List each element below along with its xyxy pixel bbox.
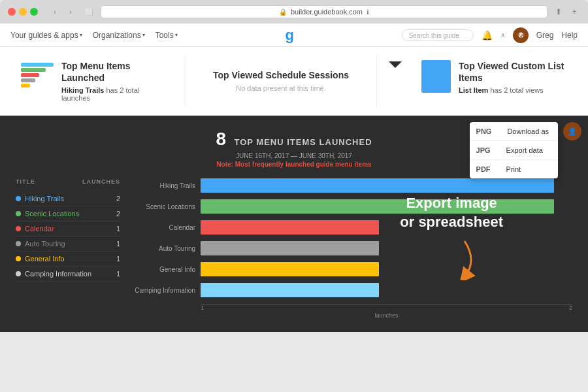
top-menu-sub: Hiking Trails has 2 total launches bbox=[61, 86, 167, 102]
back-button[interactable]: ‹ bbox=[48, 5, 61, 18]
top-schedule-stat-card: Top Viewed Schedule Sessions No data pre… bbox=[185, 55, 377, 107]
guides-apps-menu[interactable]: Your guides & apps ▾ bbox=[10, 31, 82, 40]
export-text-big: Export image or spreadsheet bbox=[400, 194, 503, 231]
legend-launches-col: LAUNCHES bbox=[82, 178, 120, 185]
legend-item-left: Hiking Trails bbox=[16, 195, 64, 203]
chart-label-camping: Camping Information bbox=[133, 287, 195, 294]
jpg-format-label: JPG bbox=[470, 141, 497, 159]
legend-item-scenic: Scenic Locations 2 bbox=[16, 206, 120, 221]
print-button[interactable]: Print bbox=[497, 160, 558, 178]
legend-item-left: Scenic Locations bbox=[16, 210, 79, 218]
legend-item-calendar: Calendar 1 bbox=[16, 221, 120, 237]
nav-right: Search this guide 🔔 ∧ 🐶 Greg Help bbox=[402, 27, 578, 43]
mini-bar-red bbox=[21, 73, 39, 77]
bar-hiking bbox=[201, 178, 554, 193]
organizations-label: Organizations bbox=[93, 31, 141, 40]
export-text-overlay: Export image or spreadsheet bbox=[400, 194, 503, 282]
stats-row: Top Menu Items Launched Hiking Trails ha… bbox=[0, 47, 588, 116]
blue-square-graphic bbox=[421, 60, 451, 93]
legend-item-left: Calendar bbox=[16, 225, 54, 233]
chart-row-scenic: Scenic Locations bbox=[133, 199, 572, 214]
calendar-link[interactable]: Calendar bbox=[25, 225, 54, 233]
chart-bar-container bbox=[201, 262, 572, 276]
export-line2: or spreadsheet bbox=[400, 213, 503, 232]
forward-button[interactable]: › bbox=[64, 5, 77, 18]
hiking-trails-link[interactable]: Hiking Trails bbox=[25, 195, 64, 203]
dot-general bbox=[16, 256, 21, 261]
add-bookmark-button[interactable]: + bbox=[568, 6, 580, 18]
chart-bar-container bbox=[201, 283, 572, 297]
scenic-locations-link[interactable]: Scenic Locations bbox=[25, 210, 79, 218]
general-count: 1 bbox=[116, 255, 120, 263]
browser-chrome: ‹ › ⬜ 🔒 builder.guidebook.com ℹ ⬆ + bbox=[0, 0, 588, 24]
axis-title: launches bbox=[133, 312, 572, 319]
search-input[interactable]: Search this guide bbox=[402, 29, 474, 41]
close-button[interactable] bbox=[8, 8, 16, 16]
minimize-button[interactable] bbox=[19, 8, 27, 16]
legend-item-left: Camping Information bbox=[16, 270, 91, 278]
chart-bar-container bbox=[201, 241, 572, 255]
chart-row-calendar: Calendar bbox=[133, 220, 572, 235]
top-custom-sub-text: has 2 total views bbox=[490, 86, 543, 94]
top-custom-text: Top Viewed Custom List Items List Item h… bbox=[459, 60, 567, 94]
share-button[interactable]: ⬆ bbox=[553, 6, 564, 18]
dot-calendar bbox=[16, 226, 21, 231]
export-line1: Export image bbox=[400, 194, 503, 213]
tab-icon[interactable]: ⬜ bbox=[82, 5, 95, 18]
chart-row-hiking: Hiking Trails bbox=[133, 178, 572, 193]
download-as-button[interactable]: Download as bbox=[498, 122, 558, 140]
camping-info-label: Camping Information bbox=[25, 270, 91, 278]
chart-count: 8 bbox=[216, 129, 226, 149]
user-avatar[interactable]: 🐶 bbox=[513, 27, 529, 43]
legend-item-general: General Info 1 bbox=[16, 252, 120, 267]
organizations-menu[interactable]: Organizations ▾ bbox=[93, 31, 145, 40]
export-jpg-row: JPG Export data bbox=[470, 141, 558, 160]
app-logo: g bbox=[188, 27, 391, 44]
legend-item-left: General Info bbox=[16, 255, 65, 263]
avatar-icon: 🐶 bbox=[517, 31, 525, 39]
mini-bar-chart bbox=[21, 63, 54, 88]
chart-bar-container bbox=[201, 199, 572, 214]
top-custom-sub: List Item has 2 total views bbox=[459, 86, 567, 94]
note-text: Most frequently launched guide menu item… bbox=[235, 161, 372, 168]
browser-titlebar: ‹ › ⬜ 🔒 builder.guidebook.com ℹ ⬆ + bbox=[0, 0, 588, 24]
help-link[interactable]: Help bbox=[561, 31, 578, 40]
app-nav: Your guides & apps ▾ Organizations ▾ Too… bbox=[0, 24, 588, 47]
chart-title: TOP MENU ITEMS LAUNCHED bbox=[235, 137, 372, 147]
chart-bars-area: Hiking Trails Scenic Locations Calendar … bbox=[133, 178, 572, 319]
browser-nav: ‹ › bbox=[48, 5, 77, 18]
search-placeholder: Search this guide bbox=[409, 32, 459, 39]
list-item-label: List Item bbox=[459, 86, 488, 94]
top-custom-title: Top Viewed Custom List Items bbox=[459, 60, 567, 84]
tools-menu[interactable]: Tools ▾ bbox=[155, 31, 178, 40]
legend-item-auto: Auto Touring 1 bbox=[16, 237, 120, 252]
legend-item-camping: Camping Information 1 bbox=[16, 267, 120, 282]
export-data-button[interactable]: Export data bbox=[497, 141, 558, 159]
mini-bar-green bbox=[21, 68, 46, 72]
top-schedule-title: Top Viewed Schedule Sessions bbox=[213, 70, 349, 80]
general-info-link[interactable]: General Info bbox=[25, 255, 65, 263]
auto-count: 1 bbox=[116, 240, 120, 248]
mini-bar-gray bbox=[21, 78, 35, 82]
maximize-button[interactable] bbox=[30, 8, 38, 16]
chart-row-camping: Camping Information bbox=[133, 283, 572, 297]
mini-bar-blue bbox=[21, 63, 54, 67]
chart-legend: TITLE LAUNCHES Hiking Trails 2 Scenic Lo… bbox=[16, 178, 120, 319]
chart-row-auto: Auto Touring bbox=[133, 241, 572, 255]
pdf-format-label: PDF bbox=[470, 160, 497, 178]
user-name[interactable]: Greg bbox=[536, 31, 554, 40]
chart-bar-container bbox=[201, 178, 572, 193]
notifications-icon[interactable]: 🔔 bbox=[482, 30, 493, 41]
legend-item-hiking: Hiking Trails 2 bbox=[16, 191, 120, 206]
chart-label-hiking: Hiking Trails bbox=[133, 182, 195, 189]
export-user-avatar[interactable]: 👤 bbox=[563, 122, 581, 140]
bar-auto bbox=[201, 241, 379, 255]
camping-count: 1 bbox=[116, 270, 120, 278]
chevron-down-icon: ▾ bbox=[80, 32, 82, 38]
export-png-row: PNG Download as bbox=[470, 122, 558, 141]
url-text: builder.guidebook.com bbox=[291, 8, 363, 16]
chevron-down-icon: ▾ bbox=[175, 32, 178, 38]
export-pdf-row: PDF Print bbox=[470, 160, 558, 178]
notification-toggle[interactable]: ∧ bbox=[500, 31, 505, 39]
address-bar[interactable]: 🔒 builder.guidebook.com ℹ bbox=[101, 5, 547, 18]
